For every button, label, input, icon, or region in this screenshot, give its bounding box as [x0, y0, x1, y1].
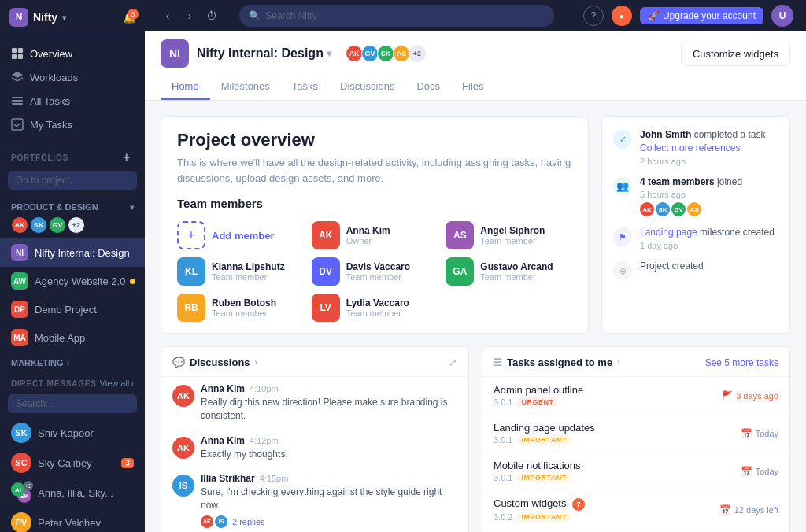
dm-petar-valchev[interactable]: PV Petar Valchev [0, 508, 145, 532]
activity-text: John Smith completed a task Collect more… [640, 128, 778, 155]
app-logo[interactable]: N Nifty ▾ [9, 8, 66, 27]
task-id: 3.0.1 [494, 397, 512, 407]
member-name: Anna Kim [346, 225, 390, 236]
tab-discussions[interactable]: Discussions [329, 74, 405, 100]
task-meta: 3.0.2 IMPORTANT [494, 512, 585, 522]
tasks-icon: ☰ [494, 357, 502, 368]
tab-tasks[interactable]: Tasks [281, 74, 329, 100]
customize-widgets-button[interactable]: Customize widgets [681, 42, 790, 66]
member-info: Lydia Vaccaro Team member [346, 297, 409, 318]
project-name-chevron[interactable]: ▾ [327, 48, 331, 59]
overview-panel: Project overview This is where we'll hav… [161, 116, 589, 334]
marketing-label: MARKETING [11, 358, 64, 368]
product-design-header[interactable]: PRODUCT & DESIGN ▾ [0, 196, 145, 215]
member-role: Team member [212, 308, 276, 318]
sidebar-project-nifty-internal[interactable]: NI Nifty Internal: Design [0, 238, 145, 267]
activity-text: Landing page milestone created [640, 226, 775, 239]
add-member-item[interactable]: + Add member [177, 221, 304, 249]
tab-milestones[interactable]: Milestones [210, 74, 281, 100]
activity-mini-avatars: AK SK GV AS [640, 202, 742, 216]
avatar-plus: +2 [68, 216, 85, 234]
add-member-circle: + [177, 221, 205, 249]
user-avatar[interactable]: U [771, 5, 793, 27]
sidebar-header: N Nifty ▾ 🔔 3 [0, 0, 145, 35]
dm-group-avatars: AI SK +2 [11, 482, 31, 503]
sidebar-item-overview[interactable]: Overview [0, 42, 145, 65]
topbar-search-input[interactable] [265, 10, 545, 21]
overview-title: Project overview [177, 130, 572, 150]
main-content: ‹ › ⏱ 🔍 ? ● 🚀 Upgrade your account U NI … [145, 0, 806, 532]
help-button[interactable]: ? [583, 6, 604, 26]
mini-avatar: AS [687, 202, 701, 216]
discussions-panel: 💬 Discussions › ⤢ AK Anna Kim [161, 346, 469, 532]
expand-icon[interactable]: ⤢ [449, 357, 457, 368]
msg-text: Sure, I'm checking everything against th… [201, 486, 457, 512]
msg-content: Illia Strikhar 4:15pm Sure, I'm checking… [201, 473, 457, 528]
sidebar-project-agency-website[interactable]: AW Agency Website 2.0 [0, 267, 145, 295]
activity-members-count: 4 team members [640, 176, 715, 187]
activity-content: Project created [640, 260, 704, 273]
discussions-panel-header: 💬 Discussions › ⤢ [161, 347, 468, 377]
team-title: Team members [177, 197, 572, 210]
back-button[interactable]: ‹ [157, 6, 178, 26]
product-design-chevron: ▾ [130, 203, 134, 212]
sidebar-project-label: Agency Website 2.0 [35, 275, 125, 287]
msg-author: Illia Strikhar [201, 473, 255, 484]
member-role: Team member [480, 236, 545, 246]
sidebar-item-workloads-label: Workloads [30, 72, 78, 83]
discussion-message: IS Illia Strikhar 4:15pm Sure, I'm check… [161, 467, 468, 532]
sidebar-item-my-tasks[interactable]: My Tasks [0, 113, 145, 136]
team-member-angel-siphron: AS Angel Siphron Team member [446, 221, 572, 249]
portfolio-search-input[interactable] [8, 171, 137, 190]
activity-item: ⚑ Landing page milestone created 1 day a… [613, 226, 778, 250]
msg-text: Really dig this new direction! Please ma… [201, 396, 457, 423]
dm-shiv-kapoor[interactable]: SK Shiv Kapoor [0, 418, 145, 448]
tab-home[interactable]: Home [161, 74, 210, 100]
team-member-gustavo: GA Gustavo Arcand Team member [446, 257, 572, 286]
milestone-icon: ⚑ [613, 227, 632, 246]
dm-sky-calibey[interactable]: SC Sky Calibey 3 [0, 448, 145, 478]
task-badge: IMPORTANT [517, 435, 570, 445]
dm-search-input[interactable] [8, 394, 137, 413]
activity-content: John Smith completed a task Collect more… [640, 128, 778, 166]
check-square-icon [11, 118, 24, 131]
bottom-section: 💬 Discussions › ⤢ AK Anna Kim [161, 346, 790, 532]
product-design-avatars: AK SK GV +2 [0, 215, 145, 238]
dm-view-all[interactable]: View all › [100, 379, 134, 388]
tab-docs[interactable]: Docs [405, 74, 451, 100]
msg-avatar: AK [172, 437, 194, 459]
sidebar-item-my-tasks-label: My Tasks [30, 119, 72, 131]
overview-description: This is where we'll have all the design-… [177, 155, 572, 186]
project-avatar: NI [11, 244, 28, 261]
see-more-tasks-button[interactable]: See 5 more tasks [705, 357, 778, 368]
dm-group-plus: +2 [24, 481, 33, 490]
sidebar-project-mobile-app[interactable]: MA Mobile App [0, 323, 145, 352]
sidebar: N Nifty ▾ 🔔 3 Overview Workloads All Tas… [0, 0, 145, 532]
marketing-header[interactable]: MARKETING › [0, 352, 145, 371]
portfolios-header: PORTFOLIOS + [0, 142, 145, 168]
sidebar-project-label: Nifty Internal: Design [35, 247, 130, 259]
upgrade-button[interactable]: 🚀 Upgrade your account [640, 7, 763, 24]
sidebar-item-all-tasks[interactable]: All Tasks [0, 89, 145, 113]
notification-bell[interactable]: 🔔 3 [123, 12, 135, 24]
dm-user-label: Sky Calibey [38, 457, 92, 469]
dm-group-chat[interactable]: AI SK +2 Anna, Illia, Sky... [0, 478, 145, 508]
msg-avatar: IS [172, 475, 194, 497]
task-name: Custom widgets 7 [494, 497, 585, 511]
discussions-panel-actions: ⤢ [449, 357, 457, 368]
member-name: Davis Vaccaro [346, 261, 410, 272]
add-portfolio-button[interactable]: + [120, 150, 134, 164]
svg-rect-2 [12, 54, 17, 59]
msg-replies: AK IS 2 replies [201, 515, 457, 528]
task-left: Custom widgets 7 3.0.2 IMPORTANT [494, 497, 585, 522]
team-member-anna-kim: AK Anna Kim Owner [312, 221, 438, 249]
task-right: 🚩 3 days ago [722, 390, 778, 401]
tab-files[interactable]: Files [451, 74, 494, 100]
msg-reply-count[interactable]: 2 replies [232, 517, 265, 526]
sidebar-item-workloads[interactable]: Workloads [0, 65, 145, 89]
sidebar-project-demo[interactable]: DP Demo Project [0, 295, 145, 323]
history-button[interactable]: ⏱ [202, 6, 222, 26]
forward-button[interactable]: › [179, 6, 200, 26]
tasks-title-text: Tasks assigned to me [507, 357, 612, 368]
record-button[interactable]: ● [612, 6, 632, 26]
